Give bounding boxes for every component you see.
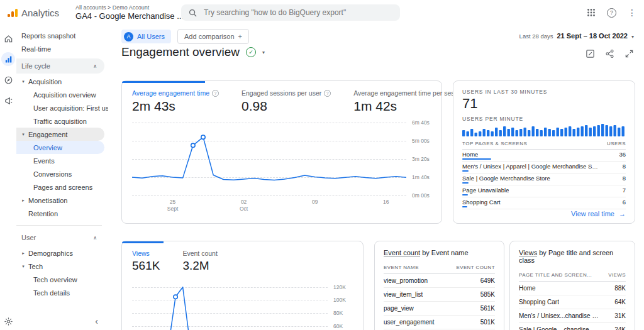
sidebar-item-engagement[interactable]: ▾ Engagement xyxy=(16,128,104,141)
users-count: 8 xyxy=(623,163,626,170)
explore-nav-icon[interactable] xyxy=(1,73,15,87)
sidebar-item-demographics[interactable]: ▸ Demographics xyxy=(16,246,108,260)
sidebar-item-tech[interactable]: ▾ Tech xyxy=(16,260,108,273)
sidebar-item-tech-overview[interactable]: Tech overview xyxy=(16,273,108,286)
tab-views[interactable]: Views 561K xyxy=(132,250,160,273)
data-quality-check-icon[interactable]: ✓ xyxy=(246,47,256,57)
reports-nav-icon[interactable] xyxy=(1,52,15,66)
table-row[interactable]: view_item_list585K xyxy=(384,288,495,302)
column-top-pages: TOP PAGES & SCREENS xyxy=(462,141,527,146)
insights-icon[interactable] xyxy=(625,49,634,58)
item-label: Engagement xyxy=(28,131,67,138)
sidebar-item-reports-snapshot[interactable]: Reports snapshot xyxy=(16,29,108,42)
metric-value: 561K xyxy=(132,259,160,273)
x-axis-tick: 16 xyxy=(383,199,389,206)
engagement_time_trend-line xyxy=(132,123,406,195)
date-range-picker[interactable]: Last 28 days 21 Sept – 18 Oct 2022 ▾ xyxy=(519,32,634,40)
sidebar-item-traffic-acquisition[interactable]: Traffic acquisition xyxy=(16,114,108,128)
sidebar-item-overview-selected[interactable]: Overview xyxy=(16,141,104,154)
metric-selector[interactable]: Event count xyxy=(384,249,420,257)
account-switcher[interactable]: All accounts > Demo Account GA4 - Google… xyxy=(75,4,189,21)
value-bar xyxy=(462,206,467,207)
table-row[interactable]: Men's / Unisex...chandise Store31K xyxy=(519,309,626,323)
all-users-chip[interactable]: A All Users xyxy=(121,30,171,43)
search-input[interactable] xyxy=(203,8,381,18)
realtime-row-shopping-cart[interactable]: Shopping Cart6 xyxy=(462,197,626,209)
event-name: view_item_list xyxy=(384,291,423,298)
search-icon xyxy=(189,9,197,17)
y-axis-tick: 0m 00s xyxy=(412,192,430,199)
users-per-minute-chart xyxy=(462,124,626,136)
sidebar-section-user[interactable]: User ∧ xyxy=(16,230,104,245)
sidebar-item-tech-details[interactable]: Tech details xyxy=(16,286,108,299)
sidebar-item-conversions[interactable]: Conversions xyxy=(16,167,108,180)
table-row[interactable]: Home88K xyxy=(519,282,626,295)
realtime-row-mens-unisex[interactable]: Men's / Unisex | Apparel | Google Mercha… xyxy=(462,162,626,173)
page-name: Shopping Cart xyxy=(462,199,501,206)
realtime-row-home[interactable]: Home36 xyxy=(462,150,626,162)
event-name: view_promotion xyxy=(384,277,428,284)
plus-icon: + xyxy=(238,33,242,40)
advertising-nav-icon[interactable] xyxy=(1,94,15,107)
sidebar-item-real-time[interactable]: Real-time xyxy=(16,42,108,55)
home-nav-icon[interactable] xyxy=(1,31,15,45)
views-count: 64K xyxy=(614,299,626,305)
search-bar[interactable] xyxy=(181,4,400,21)
property-name: GA4 - Google Merchandise ... xyxy=(75,11,184,21)
event-count: 501K xyxy=(480,319,495,326)
info-icon[interactable]: ? xyxy=(212,90,219,97)
sidebar-item-retention[interactable]: Retention xyxy=(16,207,108,220)
metric-label: Views xyxy=(132,250,150,257)
tab-average-engagement-time[interactable]: Average engagement time ? 2m 43s xyxy=(132,89,219,114)
sidebar-section-life-cycle[interactable]: Life cycle ∧ xyxy=(16,58,104,74)
x-axis-tick: 25 Sept xyxy=(167,199,179,212)
help-icon[interactable]: ? xyxy=(607,8,616,18)
realtime-row-page-unavailable[interactable]: Page Unavailable7 xyxy=(462,185,626,197)
page-name: Home xyxy=(462,151,478,158)
admin-gear-icon[interactable] xyxy=(0,317,16,326)
views_trend-line xyxy=(132,274,328,330)
product-name: Analytics xyxy=(21,8,59,18)
table-row[interactable]: view_promotion649K xyxy=(384,274,495,288)
table-row[interactable]: Shopping Cart64K xyxy=(519,295,626,309)
left-icon-rail xyxy=(0,25,16,330)
caret-down-icon[interactable]: ▾ xyxy=(262,50,265,55)
customize-report-icon[interactable] xyxy=(586,49,595,58)
view-real-time-link[interactable]: View real time → xyxy=(571,210,626,217)
sidebar-item-monetisation[interactable]: ▸ Monetisation xyxy=(16,194,108,207)
tab-event-count[interactable]: Event count 3.2M xyxy=(182,250,217,273)
table-row[interactable]: page_view561K xyxy=(384,302,495,316)
table-row[interactable]: user_engagement501K xyxy=(384,316,495,329)
top-header: Analytics All accounts > Demo Account GA… xyxy=(0,0,644,25)
add-comparison-chip[interactable]: Add comparison + xyxy=(177,29,249,44)
tab-engaged-sessions-per-user[interactable]: Engaged sessions per user ? 0.98 xyxy=(242,89,331,114)
more-vert-icon[interactable]: ⋮ xyxy=(628,8,636,18)
metric-value: 3.2M xyxy=(182,259,217,273)
segment-avatar: A xyxy=(124,32,133,41)
users-count: 6 xyxy=(623,199,626,206)
info-icon[interactable]: ? xyxy=(324,90,331,97)
item-label: Tech xyxy=(28,263,43,270)
link-label: View real time xyxy=(571,210,614,217)
date-range-value: 21 Sept – 18 Oct 2022 xyxy=(557,32,628,40)
caret-down-icon: ▾ xyxy=(631,34,634,40)
sidebar-item-events[interactable]: Events xyxy=(16,154,108,167)
sidebar-item-acquisition-overview[interactable]: Acquisition overview xyxy=(16,88,108,101)
y-axis-tick: 60K xyxy=(333,323,343,329)
analytics-logo-icon[interactable] xyxy=(8,9,18,17)
sidebar-item-user-acquisition[interactable]: User acquisition: First user ... xyxy=(16,101,108,114)
sidebar-item-pages-and-screens[interactable]: Pages and screens xyxy=(16,180,108,194)
share-icon[interactable] xyxy=(605,49,614,58)
realtime-table-header: TOP PAGES & SCREENS USERS xyxy=(462,141,626,150)
apps-grid-icon[interactable] xyxy=(587,8,596,17)
value-bar xyxy=(462,182,469,184)
y-axis-tick: 100K xyxy=(333,297,346,303)
sidebar-item-acquisition[interactable]: ▾ Acquisition xyxy=(16,75,108,88)
metric-label: Average engagement time xyxy=(132,89,209,97)
views-count: 31K xyxy=(614,312,626,319)
realtime-row-sale[interactable]: Sale | Google Merchandise Store8 xyxy=(462,173,626,185)
arrow-right-icon: → xyxy=(619,210,626,217)
collapse-sidebar-icon[interactable]: ‹ xyxy=(95,316,98,326)
table-row[interactable]: Sale | Google ...chandise Store24K xyxy=(519,323,626,330)
x-axis-tick: 02 Oct xyxy=(240,199,248,212)
